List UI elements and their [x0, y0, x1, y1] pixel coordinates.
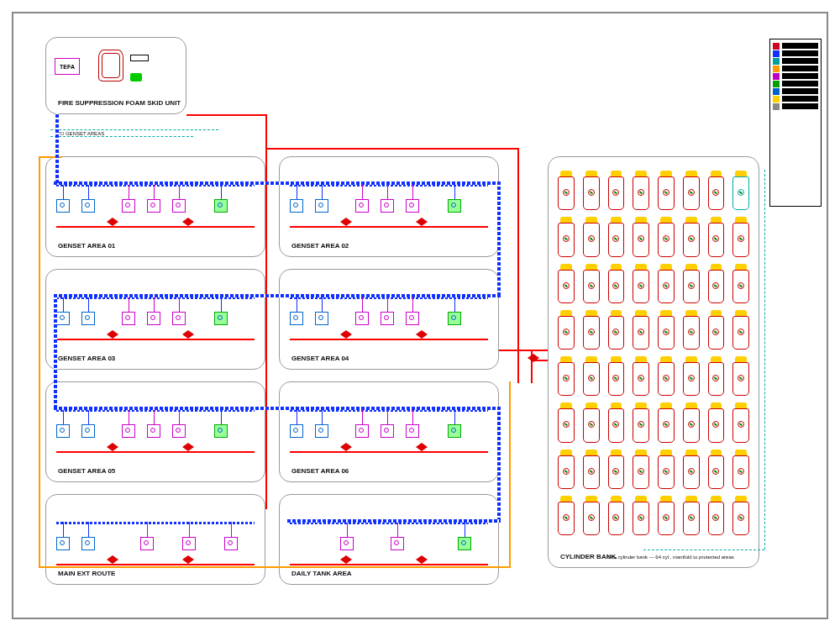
- foam-main: [265, 114, 267, 509]
- cylinder-icon: [630, 355, 652, 397]
- legend-swatch-icon: [773, 73, 780, 80]
- detector-icon: [448, 424, 461, 438]
- legend-item: [773, 80, 818, 87]
- pilot-line: [643, 549, 764, 550]
- cylinder-icon: [680, 308, 702, 351]
- co2-manifold: [54, 294, 501, 297]
- monitor-nozzle-icon: [290, 424, 303, 438]
- area-main-ext: MAIN EXT ROUTE: [45, 494, 265, 585]
- co2-manifold: [54, 181, 499, 185]
- legend-label-bar: [782, 81, 818, 87]
- legend-item: [773, 87, 818, 95]
- cylinder-icon: [606, 215, 627, 258]
- cylinder-icon: [606, 169, 627, 212]
- pressure-switch-icon: [406, 424, 419, 438]
- cylinder-icon: [630, 215, 652, 258]
- cylinder-icon: [555, 494, 577, 537]
- legend-item: [773, 65, 818, 72]
- cylinder-icon: [655, 169, 677, 212]
- valve-icon: [416, 330, 428, 339]
- legend-item: [773, 95, 818, 103]
- area-label: GENSET AREA 05: [58, 467, 115, 475]
- area-label: DAILY TANK AREA: [291, 570, 352, 577]
- pressure-switch-icon: [122, 424, 135, 438]
- valve-icon: [107, 555, 118, 564]
- valve-icon: [107, 443, 118, 451]
- legend-label-bar: [782, 103, 818, 109]
- pressure-switch-icon: [340, 537, 354, 550]
- detector-icon: [458, 537, 471, 550]
- detector-icon: [214, 312, 228, 325]
- co2-manifold: [497, 407, 501, 521]
- area-label: FIRE SUPPRESSION FOAM SKID UNIT: [58, 99, 181, 107]
- monitor-nozzle-icon: [290, 199, 303, 213]
- device-row: [56, 518, 255, 569]
- legend-item: [773, 42, 818, 50]
- legend-label-bar: [782, 50, 818, 56]
- pressure-switch-icon: [381, 424, 394, 438]
- monitor-nozzle-icon: [81, 312, 95, 325]
- cylinder-icon: [555, 308, 577, 351]
- note-text: TO GENSET AREAS: [57, 131, 104, 136]
- valve-icon: [416, 443, 428, 451]
- valve-icon: [107, 218, 118, 226]
- pressure-switch-icon: [381, 199, 394, 213]
- cylinder-icon: [706, 355, 727, 397]
- legend-label-bar: [782, 88, 818, 94]
- legend-swatch-icon: [773, 81, 780, 87]
- cylinder-icon: [680, 262, 702, 305]
- co2-manifold: [497, 181, 501, 296]
- area-genset-04: GENSET AREA 04: [279, 269, 499, 370]
- pressure-switch-icon: [147, 424, 160, 438]
- pressure-switch-icon: [406, 199, 419, 213]
- detector-icon: [448, 199, 461, 213]
- pilot-line: [764, 170, 765, 549]
- isolation-valve-icon: [528, 354, 539, 362]
- valve-icon: [340, 443, 352, 451]
- cylinder-icon: [706, 401, 727, 444]
- cylinder-icon: [630, 448, 652, 491]
- foam-tank-icon: [98, 50, 123, 82]
- area-label: MAIN EXT ROUTE: [58, 570, 115, 577]
- cylinder-icon: [630, 308, 652, 351]
- legend-item: [773, 57, 818, 65]
- cylinder-icon: [630, 169, 652, 212]
- valve-icon: [340, 330, 352, 339]
- pressure-switch-icon: [172, 312, 186, 325]
- pump-icon: [130, 73, 142, 82]
- legend-item: [773, 50, 818, 57]
- legend-swatch-icon: [773, 96, 780, 103]
- monitor-nozzle-icon: [56, 312, 70, 325]
- valve-icon: [182, 218, 194, 226]
- valve-icon: [182, 555, 194, 564]
- valve-icon: [416, 218, 428, 226]
- pressure-switch-icon: [224, 537, 238, 550]
- cylinder-icon: [680, 169, 702, 212]
- legend-swatch-icon: [773, 58, 780, 65]
- gauge-icon: [130, 55, 149, 61]
- cylinder-icon: [606, 494, 627, 537]
- cylinder-icon: [630, 494, 652, 537]
- legend-label-bar: [782, 66, 818, 71]
- cylinder-icon: [706, 262, 727, 305]
- legend-swatch-icon: [773, 50, 780, 57]
- pressure-switch-icon: [122, 312, 135, 325]
- pilot-line: [50, 129, 218, 130]
- cylinder-icon: [555, 355, 577, 397]
- cylinder-icon: [655, 262, 677, 305]
- monitor-nozzle-icon: [81, 199, 95, 213]
- legend-swatch-icon: [773, 88, 780, 95]
- detector-icon: [214, 424, 228, 438]
- pressure-switch-icon: [355, 424, 369, 438]
- area-cylinder-bank: CYLINDER BANK CO₂ cylinder bank — 64 cyl…: [548, 156, 759, 568]
- panel-tefa: TEFA: [55, 58, 80, 75]
- legend-swatch-icon: [773, 103, 780, 110]
- cylinder-grid: [555, 169, 752, 537]
- monitor-nozzle-icon: [81, 424, 95, 438]
- device-row: [290, 181, 488, 231]
- pressure-switch-icon: [147, 199, 160, 213]
- pressure-switch-icon: [147, 312, 160, 325]
- monitor-nozzle-icon: [56, 424, 70, 438]
- area-foam-skid: TEFA FIRE SUPPRESSION FOAM SKID UNIT: [45, 37, 186, 114]
- cylinder-icon: [680, 215, 702, 258]
